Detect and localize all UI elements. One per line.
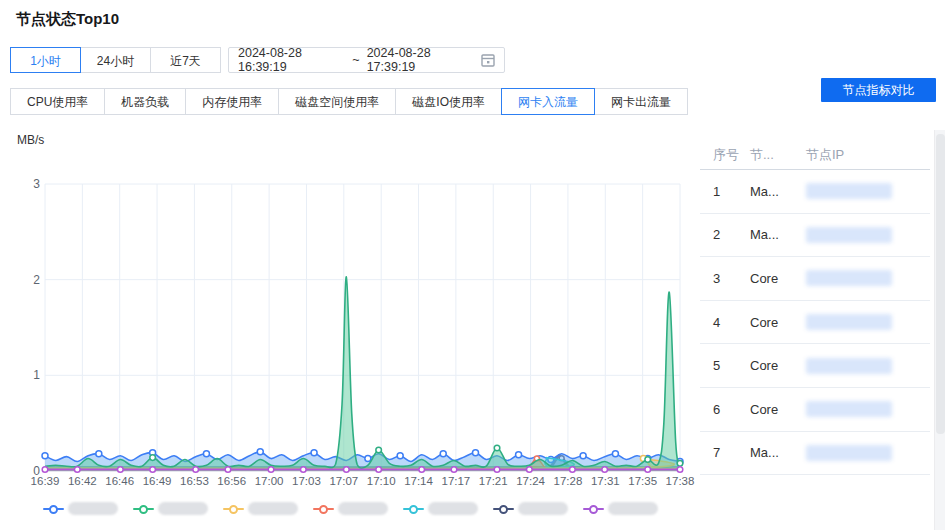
table-header-1: 序号 xyxy=(700,146,750,164)
node-ip-redacted xyxy=(806,401,892,417)
node-name: Core xyxy=(750,358,806,373)
series-purple-marker xyxy=(118,467,124,473)
row-index: 5 xyxy=(700,358,750,373)
table-row: 3Core xyxy=(700,257,930,301)
x-tick-label: 16:46 xyxy=(105,475,134,487)
table-row: 5Core xyxy=(700,344,930,388)
series-blue-marker xyxy=(440,451,446,457)
metric-tab-6[interactable]: 网卡入流量 xyxy=(501,88,595,115)
series-purple-marker xyxy=(451,467,457,473)
metric-tab-7[interactable]: 网卡出流量 xyxy=(594,88,688,115)
series-green-area xyxy=(45,277,680,471)
date-end: 2024-08-28 17:39:19 xyxy=(367,46,474,74)
legend-item-1[interactable] xyxy=(43,502,118,515)
x-tick-label: 17:24 xyxy=(516,475,545,487)
table-row: 4Core xyxy=(700,301,930,345)
row-index: 4 xyxy=(700,315,750,330)
x-tick-label: 17:38 xyxy=(666,475,695,487)
x-tick-label: 16:49 xyxy=(143,475,172,487)
series-purple-marker xyxy=(301,467,307,473)
node-name: Ma... xyxy=(750,445,806,460)
table-row: 1Ma... xyxy=(700,170,930,214)
y-tick-label: 2 xyxy=(33,273,40,287)
legend-label-redacted xyxy=(428,502,478,515)
node-ip-redacted xyxy=(806,314,892,330)
series-purple-marker xyxy=(150,467,156,473)
x-tick-label: 17:21 xyxy=(479,475,508,487)
node-name: Ma... xyxy=(750,227,806,242)
series-purple-marker xyxy=(42,467,48,473)
traffic-line-chart: 16:3916:4216:4616:4916:5316:5617:0017:03… xyxy=(0,125,700,497)
legend-marker-icon xyxy=(133,508,154,510)
x-tick-label: 17:00 xyxy=(255,475,284,487)
node-name: Core xyxy=(750,315,806,330)
series-purple-marker xyxy=(193,467,199,473)
legend-dot-icon xyxy=(49,505,58,514)
x-tick-label: 16:56 xyxy=(217,475,246,487)
time-range-switcher: 1小时24小时近7天 xyxy=(10,47,221,73)
legend-item-2[interactable] xyxy=(133,502,208,515)
x-tick-label: 16:53 xyxy=(180,475,209,487)
x-tick-label: 17:10 xyxy=(367,475,396,487)
scrollbar-thumb[interactable] xyxy=(936,134,945,434)
node-table: 序号节...节点IP 1Ma...2Ma...3Core4Core5Core6C… xyxy=(700,140,930,475)
y-tick-label: 0 xyxy=(33,464,40,478)
row-index: 1 xyxy=(700,184,750,199)
series-blue-marker xyxy=(365,456,371,462)
legend-label-redacted xyxy=(518,502,568,515)
vertical-scrollbar[interactable] xyxy=(934,130,945,530)
node-name: Core xyxy=(750,402,806,417)
legend-item-6[interactable] xyxy=(493,502,568,515)
legend-item-5[interactable] xyxy=(403,502,478,515)
series-blue-marker xyxy=(96,451,102,457)
metric-tab-4[interactable]: 磁盘空间使用率 xyxy=(278,88,396,115)
table-row: 6Core xyxy=(700,388,930,432)
node-name: Core xyxy=(750,271,806,286)
series-green-marker xyxy=(150,455,156,461)
x-tick-label: 17:07 xyxy=(329,475,358,487)
series-blue-marker xyxy=(42,453,48,459)
series-purple-marker xyxy=(419,467,425,473)
series-green-marker xyxy=(645,457,651,463)
table-header-2: 节... xyxy=(750,146,806,164)
series-purple-marker xyxy=(268,467,274,473)
time-range-button-2[interactable]: 24小时 xyxy=(80,47,151,73)
legend-label-redacted xyxy=(68,502,118,515)
page-title: 节点状态Top10 xyxy=(16,10,119,29)
metric-tab-1[interactable]: CPU使用率 xyxy=(10,88,105,115)
time-range-button-1[interactable]: 1小时 xyxy=(10,47,81,73)
series-purple-marker xyxy=(74,467,80,473)
legend-dot-icon xyxy=(409,505,418,514)
series-green-marker xyxy=(376,447,382,453)
legend-marker-icon xyxy=(313,508,334,510)
metric-tab-2[interactable]: 机器负载 xyxy=(104,88,186,115)
calendar-icon[interactable] xyxy=(481,53,495,67)
legend-item-3[interactable] xyxy=(223,502,298,515)
series-blue-marker xyxy=(203,451,209,457)
compare-button[interactable]: 节点指标对比 xyxy=(821,78,936,102)
legend-marker-icon xyxy=(43,508,64,510)
node-status-panel: 节点状态Top10 1小时24小时近7天 2024-08-28 16:39:19… xyxy=(0,0,945,530)
date-range-picker[interactable]: 2024-08-28 16:39:19 ~ 2024-08-28 17:39:1… xyxy=(228,47,505,73)
node-ip-redacted xyxy=(806,270,892,286)
metric-tab-5[interactable]: 磁盘IO使用率 xyxy=(395,88,502,115)
series-blue-marker xyxy=(397,453,403,459)
series-green-line xyxy=(45,277,680,468)
node-ip-redacted xyxy=(806,445,892,461)
chart-legend xyxy=(0,502,700,515)
legend-marker-icon xyxy=(493,508,514,510)
metric-tab-3[interactable]: 内存使用率 xyxy=(185,88,279,115)
x-tick-label: 17:17 xyxy=(441,475,470,487)
y-tick-label: 3 xyxy=(33,177,40,191)
legend-marker-icon xyxy=(223,508,244,510)
y-tick-label: 1 xyxy=(33,368,40,382)
series-purple-marker xyxy=(494,467,500,473)
table-row: 2Ma... xyxy=(700,214,930,258)
series-purple-marker xyxy=(225,467,231,473)
series-blue-marker xyxy=(612,451,618,457)
legend-item-7[interactable] xyxy=(583,502,658,515)
time-range-button-3[interactable]: 近7天 xyxy=(150,47,221,73)
x-tick-label: 16:42 xyxy=(68,475,97,487)
legend-item-4[interactable] xyxy=(313,502,388,515)
legend-label-redacted xyxy=(248,502,298,515)
